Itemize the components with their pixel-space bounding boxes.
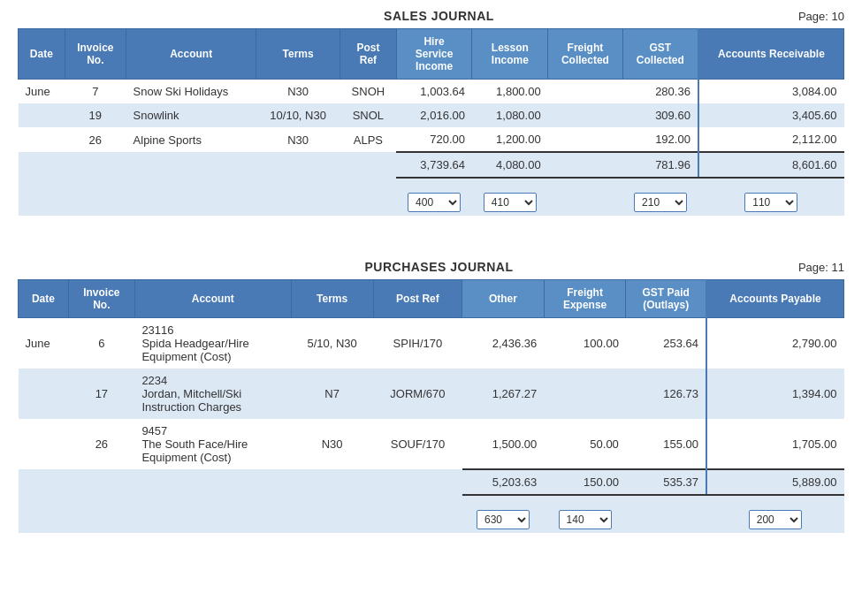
sales-journal-header-row: Date InvoiceNo. Account Terms PostRef Hi…: [19, 29, 844, 80]
cell-total-ar: 8,601.60: [698, 152, 844, 178]
cell-freight-2: [548, 103, 623, 127]
pcol-terms: Terms: [291, 280, 373, 318]
cell-date-3: [19, 127, 65, 152]
pcell-account-1: 23116 Spida Headgear/HireEquipment (Cost…: [134, 318, 291, 369]
pcell-total-ap: 5,889.00: [706, 469, 844, 495]
purchases-dropdown-ap[interactable]: 200: [706, 506, 844, 533]
purchases-select-other[interactable]: 630: [477, 510, 530, 529]
pcell-gst-3: 155.00: [626, 419, 706, 469]
col-account: Account: [126, 29, 256, 80]
col-terms: Terms: [256, 29, 340, 80]
purchases-spacer-row: [19, 495, 844, 506]
pcol-freight: FreightExpense: [544, 280, 626, 318]
pcell-date-3: [19, 419, 69, 469]
purchases-journal-section: PURCHASES JOURNAL Page: 11 Date InvoiceN…: [18, 260, 844, 533]
pcell-terms-1: 5/10, N30: [291, 318, 373, 369]
pcell-day-3: 26: [68, 419, 134, 469]
purchases-row-2: 17 2234 Jordan, Mitchell/SkiInstruction …: [19, 369, 844, 419]
purchases-total-row: 5,203.63 150.00 535.37 5,889.00: [19, 469, 844, 495]
pcol-invoice-no: InvoiceNo.: [68, 280, 134, 318]
cell-total-gst: 781.96: [622, 152, 698, 178]
pcell-account-2: 2234 Jordan, Mitchell/SkiInstruction Cha…: [134, 369, 291, 419]
cell-hire-1: 1,003.64: [396, 80, 472, 104]
cell-invno-2: 19: [65, 103, 126, 127]
cell-invno-1: 7: [65, 80, 126, 104]
cell-date-2: [19, 103, 65, 127]
sales-row-1: June 7 Snow Ski Holidays N30 SNOH 1,003.…: [19, 80, 844, 104]
col-post-ref: PostRef: [340, 29, 397, 80]
pcell-day-2: 17: [68, 369, 134, 419]
pcol-date: Date: [19, 280, 69, 318]
pcell-freight-3: 50.00: [544, 419, 626, 469]
purchases-dropdown-other[interactable]: 630: [462, 506, 545, 533]
sales-select-hire[interactable]: 400: [408, 193, 461, 212]
pcell-postref-2: JORM/670: [373, 369, 462, 419]
purchases-journal-page: Page: 11: [798, 261, 844, 274]
purchases-select-freight[interactable]: 140: [559, 510, 612, 529]
col-lesson: LessonIncome: [472, 29, 548, 80]
pcell-other-3: 1,500.00: [462, 419, 545, 469]
pcol-ap: Accounts Payable: [706, 280, 844, 318]
sales-journal-table: Date InvoiceNo. Account Terms PostRef Hi…: [18, 28, 844, 216]
sales-dropdown-hire[interactable]: 400: [396, 189, 472, 216]
sales-select-lesson[interactable]: 410: [484, 193, 537, 212]
cell-gst-3: 192.00: [622, 127, 698, 152]
sales-row-3: 26 Alpine Sports N30 ALPS 720.00 1,200.0…: [19, 127, 844, 152]
pcol-account: Account: [134, 280, 291, 318]
sales-select-ar[interactable]: 110: [744, 193, 797, 212]
pcell-ap-1: 2,790.00: [706, 318, 844, 369]
sales-row-2: 19 Snowlink 10/10, N30 SNOL 2,016.00 1,0…: [19, 103, 844, 127]
sales-dropdown-row: 400 410 210 110: [19, 189, 844, 216]
pcell-gst-1: 253.64: [626, 318, 706, 369]
pcell-postref-1: SPIH/170: [373, 318, 462, 369]
purchases-journal-header: PURCHASES JOURNAL Page: 11: [18, 260, 844, 274]
pcell-other-2: 1,267.27: [462, 369, 545, 419]
col-hire-service: HireServiceIncome: [396, 29, 472, 80]
cell-lesson-2: 1,080.00: [472, 103, 548, 127]
cell-total-label: [19, 152, 397, 178]
purchases-journal-title: PURCHASES JOURNAL: [80, 260, 798, 274]
cell-postref-2: SNOL: [340, 103, 397, 127]
sales-dropdown-lesson[interactable]: 410: [472, 189, 548, 216]
col-date: Date: [19, 29, 65, 80]
pcell-ap-3: 1,705.00: [706, 419, 844, 469]
cell-freight-3: [548, 127, 623, 152]
cell-terms-2: 10/10, N30: [256, 103, 340, 127]
cell-lesson-1: 1,800.00: [472, 80, 548, 104]
sales-dropdown-ar[interactable]: 110: [698, 189, 844, 216]
pcell-ap-2: 1,394.00: [706, 369, 844, 419]
pcell-freight-2: [544, 369, 626, 419]
sales-total-row: 3,739.64 4,080.00 781.96 8,601.60: [19, 152, 844, 178]
sales-dropdown-gst[interactable]: 210: [622, 189, 698, 216]
cell-ar-1: 3,084.00: [698, 80, 844, 104]
pcell-date-2: [19, 369, 69, 419]
purchases-select-ap[interactable]: 200: [749, 510, 802, 529]
purchases-dropdown-freight[interactable]: 140: [544, 506, 626, 533]
cell-account-3: Alpine Sports: [126, 127, 256, 152]
cell-account-2: Snowlink: [126, 103, 256, 127]
cell-invno-3: 26: [65, 127, 126, 152]
pcell-terms-3: N30: [291, 419, 373, 469]
cell-terms-1: N30: [256, 80, 340, 104]
pcell-other-1: 2,436.36: [462, 318, 545, 369]
pcell-terms-2: N7: [291, 369, 373, 419]
cell-freight-1: [548, 80, 623, 104]
cell-postref-1: SNOH: [340, 80, 397, 104]
cell-postref-3: ALPS: [340, 127, 397, 152]
cell-total-lesson: 4,080.00: [472, 152, 548, 178]
cell-ar-3: 2,112.00: [698, 127, 844, 152]
pcol-other: Other: [462, 280, 545, 318]
pcell-total-gst: 535.37: [626, 469, 706, 495]
cell-total-freight: [548, 152, 623, 178]
purchases-dropdown-row: 630 140 200: [19, 506, 844, 533]
purchases-row-3: 26 9457 The South Face/HireEquipment (Co…: [19, 419, 844, 469]
purchases-journal-header-row: Date InvoiceNo. Account Terms Post Ref O…: [19, 280, 844, 318]
pcell-account-3: 9457 The South Face/HireEquipment (Cost): [134, 419, 291, 469]
pcell-date-1: June: [19, 318, 69, 369]
cell-account-1: Snow Ski Holidays: [126, 80, 256, 104]
sales-journal-page: Page: 10: [798, 10, 844, 23]
cell-hire-2: 2,016.00: [396, 103, 472, 127]
cell-date-1: June: [19, 80, 65, 104]
purchases-journal-table: Date InvoiceNo. Account Terms Post Ref O…: [18, 279, 844, 533]
sales-select-gst[interactable]: 210: [634, 193, 687, 212]
